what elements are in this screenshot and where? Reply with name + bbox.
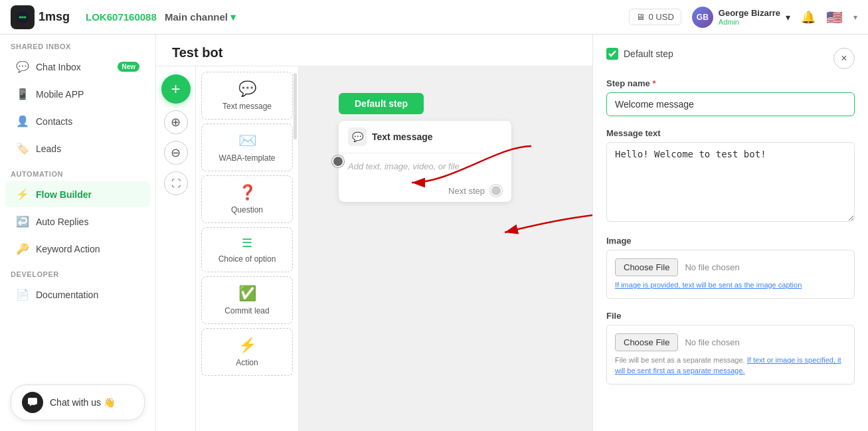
chat-widget-icon [22,392,43,413]
chat-widget[interactable]: Chat with us 👋 [11,385,145,420]
action-icon: ⚡ [238,337,256,354]
sidebar-item-contacts[interactable]: 👤 Contacts [5,108,150,134]
svg-point-3 [24,16,27,19]
message-text-section: Message text Hello! Welcome to test bot! [606,128,855,224]
chevron-down-icon: ▾ [786,12,790,23]
user-role: Admin [719,18,780,26]
node-title: Text message [372,131,433,142]
avatar: GB [692,7,713,28]
node-footer: Next step [339,179,511,202]
chevron-down-icon: ▾ [853,13,857,22]
component-choice-of-option[interactable]: ☰ Choice of option [201,227,293,272]
image-hint-text: If image is provided, text will be sent … [615,281,802,289]
connect-dot [332,155,344,167]
component-waba-template[interactable]: ✉️ WABA-template [201,124,293,171]
image-label: Image [606,236,855,246]
sidebar-item-label: Mobile APP [36,89,84,100]
sidebar-item-label: Chat Inbox [36,62,81,72]
text-message-icon: 💬 [238,80,256,98]
channel-selector[interactable]: LOK607160088 Main channel ▾ [86,11,236,23]
close-button[interactable]: × [833,48,855,69]
sidebar-item-label: Contacts [36,116,72,127]
sidebar-item-documentation[interactable]: 📄 Documentation [5,282,150,307]
wallet[interactable]: 🖥 0 USD [629,9,681,25]
message-text-label: Message text [606,128,855,138]
right-panel: Default step × Step name * Message text … [592,35,868,431]
sidebar-badge-new: New [118,62,139,72]
component-label: Commit lead [224,306,269,315]
zoom-out-button[interactable]: ⊖ [164,141,188,165]
flow-node-area: Default step 💬 Text message Add text, im… [339,93,511,202]
choose-file-button-image[interactable]: Choose File [615,258,678,276]
contacts-icon: 👤 [16,115,29,128]
sidebar-item-label: Auto Replies [36,216,88,227]
add-step-button[interactable]: + [161,74,191,104]
flow-node-card[interactable]: 💬 Text message Add text, image, video, o… [339,121,511,202]
sidebar-item-chat-inbox[interactable]: 💬 Chat Inbox New [5,54,150,80]
image-file-row: Choose File No file chosen [615,258,846,276]
page-title: Test bot [172,45,576,60]
replies-icon: ↩️ [16,215,29,228]
flow-canvas: Default step 💬 Text message Add text, im… [299,66,592,431]
component-panel: 💬 Text message ✉️ WABA-template ❓ Questi… [196,66,299,431]
default-step-button[interactable]: Default step [339,93,424,114]
image-upload-box: Choose File No file chosen If image is p… [606,250,855,299]
automation-label: AUTOMATION [0,162,155,181]
sidebar-item-label: Keyword Action [36,244,100,254]
shared-inbox-label: SHARED INBOX [0,35,155,53]
user-details: George Bizarre Admin [719,8,780,26]
commit-lead-icon: ✅ [238,285,256,302]
default-step-checkbox[interactable] [606,48,618,60]
node-icon: 💬 [348,128,367,146]
step-name-input[interactable] [606,92,855,116]
file-section: File Choose File No file chosen File wil… [606,311,855,385]
checkmark-icon [609,51,616,56]
question-icon: ❓ [238,184,256,201]
fit-button[interactable]: ⛶ [164,171,188,195]
chevron-down-icon: ▾ [230,11,236,23]
chat-widget-label: Chat with us 👋 [50,397,115,408]
channel-id: LOK607160088 [86,11,157,23]
message-text-input[interactable]: Hello! Welcome to test bot! [606,142,855,222]
component-action[interactable]: ⚡ Action [201,328,293,376]
topbar-right: 🖥 0 USD GB George Bizarre Admin ▾ 🔔 🇺🇸 ▾ [629,7,858,28]
sidebar-item-auto-replies[interactable]: ↩️ Auto Replies [5,209,150,234]
svg-rect-4 [28,398,37,404]
component-question[interactable]: ❓ Question [201,175,293,223]
component-label: Question [231,205,263,215]
flow-canvas-inner: Default step 💬 Text message Add text, im… [299,66,592,431]
component-text-message[interactable]: 💬 Text message [201,72,293,120]
waba-icon: ✉️ [238,132,256,149]
page-header: Test bot [156,35,592,66]
content: Test bot + ⊕ ⊖ ⛶ 💬 Text message [156,35,592,431]
flag-icon[interactable]: 🇺🇸 [826,9,843,25]
node-card-header: 💬 Text message [339,121,511,153]
channel-name: Main channel [165,11,228,23]
image-hint: If image is provided, text will be sent … [615,280,846,290]
sidebar-item-flow-builder[interactable]: ⚡ Flow Builder [5,181,150,207]
logo-text: 1msg [39,10,70,24]
choice-icon: ☰ [242,236,252,250]
sidebar-item-mobile-app[interactable]: 📱 Mobile APP [5,81,150,107]
keyword-icon: 🔑 [16,242,29,255]
flow-area: + ⊕ ⊖ ⛶ 💬 Text message ✉️ WABA-templa [156,66,592,431]
default-step-label: Default step [624,48,673,59]
component-label: Choice of option [218,254,276,264]
no-file-chosen-file: No file chosen [685,337,739,347]
component-commit-lead[interactable]: ✅ Commit lead [201,276,293,324]
choose-file-button-file[interactable]: Choose File [615,333,678,351]
required-mark: * [652,78,655,88]
file-hint-text1: File will be sent as a separate message. [615,356,745,364]
scrollbar [294,73,297,139]
file-upload-box: Choose File No file chosen File will be … [606,325,855,385]
sidebar-item-keyword-action[interactable]: 🔑 Keyword Action [5,236,150,262]
logo-icon [11,5,35,29]
sidebar-item-leads[interactable]: 🏷️ Leads [5,135,150,161]
zoom-in-button[interactable]: ⊕ [164,110,188,134]
user-name: George Bizarre [719,8,780,18]
chat-icon: 💬 [16,60,29,73]
user-info[interactable]: GB George Bizarre Admin ▾ [692,7,790,28]
flow-icon: ⚡ [16,188,29,201]
wallet-amount: 0 USD [649,12,674,22]
bell-icon[interactable]: 🔔 [801,10,816,25]
